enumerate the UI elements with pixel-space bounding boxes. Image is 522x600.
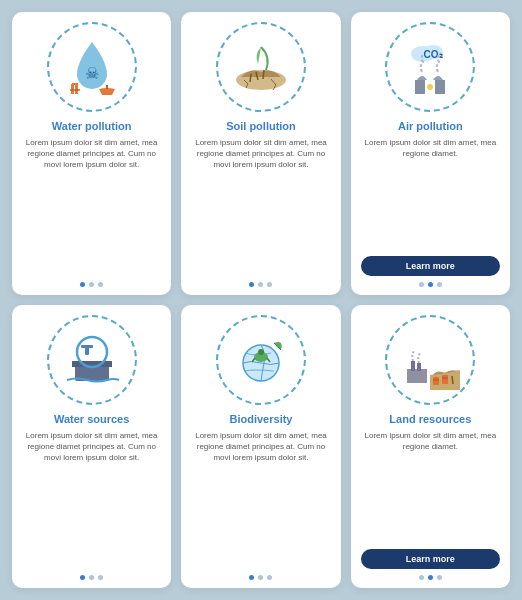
card-water-pollution: ☠ Water pollutionLorem ipsum dolor sit d… (12, 12, 171, 295)
svg-rect-26 (442, 375, 448, 384)
air-pollution-dot-1[interactable] (428, 282, 433, 287)
svg-rect-24 (417, 363, 421, 371)
water-sources-title: Water sources (54, 413, 129, 425)
air-pollution-dots (419, 282, 442, 287)
land-resources-learn-more-button[interactable]: Learn more (361, 549, 500, 569)
water-sources-dots (80, 575, 103, 580)
soil-pollution-dot-1[interactable] (258, 282, 263, 287)
card-soil-pollution: Soil pollutionLorem ipsum dolor sit dim … (181, 12, 340, 295)
svg-text:☠: ☠ (85, 65, 99, 82)
water-sources-icon (47, 315, 137, 405)
card-biodiversity: BiodiversityLorem ipsum dolor sit dim am… (181, 305, 340, 588)
land-resources-dots (419, 575, 442, 580)
svg-rect-15 (85, 347, 89, 355)
svg-rect-23 (411, 361, 415, 371)
biodiversity-body: Lorem ipsum dolor sit dim amet, mea regi… (191, 430, 330, 569)
svg-rect-10 (415, 80, 425, 94)
soil-pollution-dot-2[interactable] (267, 282, 272, 287)
biodiversity-dot-1[interactable] (258, 575, 263, 580)
water-pollution-body: Lorem ipsum dolor sit dim amet, mea regi… (22, 137, 161, 276)
water-sources-dot-1[interactable] (89, 575, 94, 580)
svg-rect-1 (71, 84, 74, 94)
water-pollution-dot-1[interactable] (89, 282, 94, 287)
soil-pollution-dots (249, 282, 272, 287)
biodiversity-dots (249, 575, 272, 580)
soil-pollution-dot-0[interactable] (249, 282, 254, 287)
land-resources-body: Lorem ipsum dolor sit dim amet, mea regi… (361, 430, 500, 543)
soil-pollution-icon (216, 22, 306, 112)
water-sources-dot-0[interactable] (80, 575, 85, 580)
air-pollution-dot-2[interactable] (437, 282, 442, 287)
land-resources-dot-0[interactable] (419, 575, 424, 580)
soil-pollution-body: Lorem ipsum dolor sit dim amet, mea regi… (191, 137, 330, 276)
biodiversity-dot-0[interactable] (249, 575, 254, 580)
land-resources-icon (385, 315, 475, 405)
water-sources-dot-2[interactable] (98, 575, 103, 580)
water-pollution-dots (80, 282, 103, 287)
water-sources-body: Lorem ipsum dolor sit dim amet, mea regi… (22, 430, 161, 569)
biodiversity-title: Biodiversity (230, 413, 293, 425)
air-pollution-learn-more-button[interactable]: Learn more (361, 256, 500, 276)
svg-rect-22 (407, 369, 427, 383)
svg-point-12 (427, 84, 433, 90)
cards-grid: ☠ Water pollutionLorem ipsum dolor sit d… (0, 0, 522, 600)
biodiversity-dot-2[interactable] (267, 575, 272, 580)
soil-pollution-title: Soil pollution (226, 120, 296, 132)
air-pollution-icon: CO₂ (385, 22, 475, 112)
water-pollution-icon: ☠ (47, 22, 137, 112)
land-resources-title: Land resources (389, 413, 471, 425)
svg-point-19 (258, 349, 264, 355)
svg-text:CO₂: CO₂ (424, 49, 443, 60)
water-pollution-dot-0[interactable] (80, 282, 85, 287)
land-resources-dot-2[interactable] (437, 575, 442, 580)
svg-rect-2 (75, 84, 78, 94)
svg-rect-25 (433, 377, 439, 385)
svg-rect-16 (81, 345, 93, 348)
air-pollution-dot-0[interactable] (419, 282, 424, 287)
air-pollution-body: Lorem ipsum dolor sit dim amet, mea regi… (361, 137, 500, 250)
water-pollution-dot-2[interactable] (98, 282, 103, 287)
land-resources-dot-1[interactable] (428, 575, 433, 580)
water-pollution-title: Water pollution (52, 120, 132, 132)
card-air-pollution: CO₂ Air pollutionLorem ipsum dolor sit d… (351, 12, 510, 295)
card-water-sources: Water sourcesLorem ipsum dolor sit dim a… (12, 305, 171, 588)
svg-rect-5 (106, 85, 108, 89)
svg-rect-11 (435, 80, 445, 94)
air-pollution-title: Air pollution (398, 120, 463, 132)
card-land-resources: Land resourcesLorem ipsum dolor sit dim … (351, 305, 510, 588)
biodiversity-icon (216, 315, 306, 405)
